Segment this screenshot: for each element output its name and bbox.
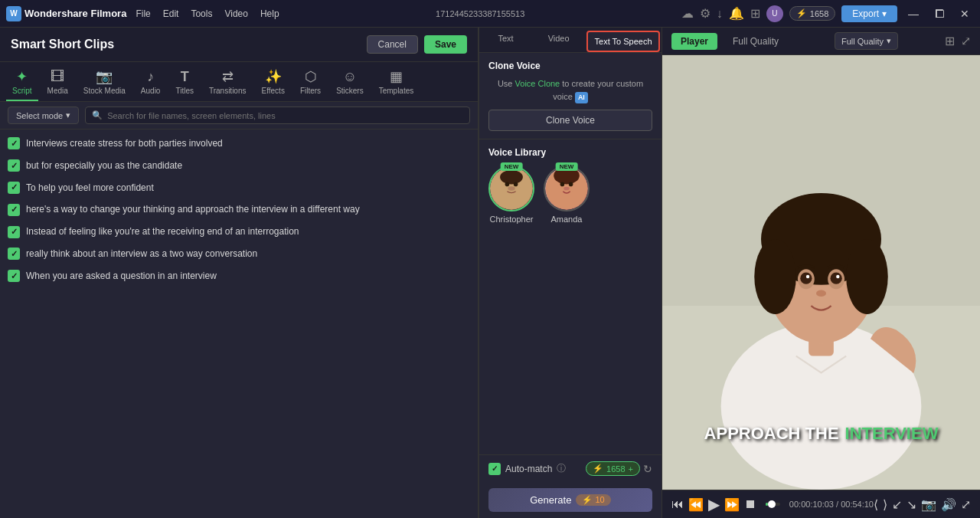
- generate-label: Generate: [530, 494, 571, 506]
- quality-chevron: ▾: [887, 36, 891, 46]
- tab-templates-label: Templates: [379, 87, 414, 95]
- tab-effects-label: Effects: [262, 87, 285, 95]
- maximize-button[interactable]: ⧠: [929, 6, 949, 21]
- checkbox-4[interactable]: [8, 204, 20, 216]
- clone-voice-button[interactable]: Clone Voice: [488, 110, 652, 131]
- go-start-button[interactable]: ⏮: [671, 497, 684, 511]
- save-button[interactable]: Save: [424, 35, 467, 54]
- script-text-4: here's a way to change your thinking and…: [26, 203, 360, 216]
- tab-templates[interactable]: ▦ Templates: [373, 65, 420, 101]
- tab-stock-media[interactable]: 📷 Stock Media: [77, 65, 132, 101]
- script-text-6: really think about an interview as a two…: [26, 248, 257, 261]
- tab-filters[interactable]: ⬡ Filters: [294, 65, 327, 101]
- list-item[interactable]: Instead of feeling like you're at the re…: [0, 221, 478, 243]
- mark-out-button[interactable]: ⟩: [883, 497, 887, 512]
- list-item[interactable]: To help you feel more confident: [0, 177, 478, 199]
- select-mode-button[interactable]: Select mode ▾: [8, 107, 79, 124]
- voice-grid: NEW Christopher: [488, 166, 652, 224]
- script-text-2: but for especially you as the candidate: [26, 159, 182, 172]
- step-forward-button[interactable]: ⏩: [724, 497, 740, 512]
- mark-in-button[interactable]: ⟨: [874, 497, 878, 512]
- zoom-button[interactable]: ⤢: [961, 497, 971, 512]
- list-item[interactable]: but for especially you as the candidate: [0, 155, 478, 177]
- settings-icon[interactable]: ⚙: [700, 6, 710, 21]
- tab-transitions[interactable]: ⇄ Transitions: [203, 65, 253, 101]
- amanda-name: Amanda: [551, 215, 583, 224]
- grid-view-button[interactable]: ⊞: [945, 34, 955, 48]
- refresh-icon[interactable]: ↻: [643, 463, 652, 475]
- tab-media[interactable]: 🎞 Media: [41, 66, 74, 101]
- checkbox-2[interactable]: [8, 159, 20, 172]
- select-mode-label: Select mode: [16, 111, 63, 120]
- snapshot-button[interactable]: 📷: [921, 497, 936, 512]
- list-item[interactable]: really think about an interview as a two…: [0, 243, 478, 265]
- topbar: W Wondershare Filmora File Edit Tools Vi…: [0, 0, 980, 28]
- step-back-button[interactable]: ⏪: [688, 497, 704, 512]
- menu-tools[interactable]: Tools: [191, 8, 212, 19]
- tab-full-quality[interactable]: Full Quality: [724, 33, 788, 50]
- bell-icon[interactable]: 🔔: [729, 6, 744, 21]
- tab-tts[interactable]: Text To Speech: [586, 31, 660, 52]
- tab-audio[interactable]: ♪ Audio: [135, 66, 167, 101]
- play-button[interactable]: ▶: [708, 495, 720, 513]
- list-item[interactable]: When you are asked a question in an inte…: [0, 265, 478, 287]
- volume-button[interactable]: 🔊: [941, 497, 956, 512]
- grid-icon[interactable]: ⊞: [750, 6, 760, 21]
- menu-help[interactable]: Help: [260, 8, 279, 19]
- generate-button[interactable]: Generate ⚡ 10: [488, 488, 652, 512]
- auto-match-checkbox[interactable]: [488, 463, 501, 475]
- svg-point-11: [564, 187, 569, 191]
- christopher-avatar-wrapper: NEW: [488, 166, 534, 211]
- insert-button[interactable]: ↙: [892, 497, 902, 512]
- tab-stock-label: Stock Media: [83, 87, 126, 95]
- checkbox-1[interactable]: [8, 137, 20, 149]
- cloud-icon[interactable]: ☁: [681, 6, 694, 21]
- checkbox-6[interactable]: [8, 248, 20, 260]
- search-box: 🔍: [85, 107, 470, 124]
- action-buttons: Cancel Save: [367, 35, 467, 54]
- tab-filters-label: Filters: [300, 87, 321, 95]
- stop-button[interactable]: ⏹: [744, 497, 756, 511]
- menu-video[interactable]: Video: [224, 8, 247, 19]
- tab-player[interactable]: Player: [671, 33, 717, 50]
- info-icon[interactable]: ⓘ: [557, 462, 566, 475]
- checkbox-7[interactable]: [8, 270, 20, 282]
- tab-script[interactable]: ✦ Script: [6, 65, 38, 101]
- list-item[interactable]: Interviews create stress for both partie…: [0, 133, 478, 155]
- tab-effects[interactable]: ✨ Effects: [256, 65, 291, 101]
- effects-icon: ✨: [265, 68, 282, 85]
- auto-match-label: Auto-match: [505, 464, 552, 474]
- credits-row: ⚡ 1658 + ↻: [586, 461, 652, 476]
- expand-view-button[interactable]: ⤢: [961, 34, 971, 48]
- tab-titles[interactable]: T Titles: [169, 66, 200, 101]
- voice-item-amanda[interactable]: NEW Amanda: [544, 166, 590, 224]
- clone-desc: Use Voice Clone to create your custom vo…: [488, 77, 652, 103]
- cancel-button[interactable]: Cancel: [367, 35, 418, 54]
- tab-stickers[interactable]: ☺ Stickers: [330, 66, 370, 101]
- preview-icons: ⊞ ⤢: [945, 34, 971, 48]
- quality-selector[interactable]: Full Quality ▾: [835, 32, 898, 50]
- close-button[interactable]: ✕: [956, 6, 974, 21]
- list-item[interactable]: here's a way to change your thinking and…: [0, 198, 478, 221]
- user-avatar[interactable]: U: [766, 5, 783, 22]
- voice-clone-link[interactable]: Voice Clone: [515, 79, 560, 88]
- voice-tabs: Text Video Text To Speech: [479, 28, 662, 53]
- download-icon[interactable]: ↓: [717, 7, 723, 21]
- video-area: APPROACH THE INTERVIEW: [662, 55, 980, 490]
- progress-bar[interactable]: [766, 503, 780, 506]
- menu-edit[interactable]: Edit: [163, 8, 179, 19]
- export-button[interactable]: Export ▾: [841, 5, 897, 22]
- video-controls: ⏮ ⏪ ▶ ⏩ ⏹ 00:00:10:03 / 00:54:10 ⟨ ⟩ ↙ ↘…: [662, 490, 980, 518]
- menu-file[interactable]: File: [136, 8, 150, 19]
- script-icon: ✦: [16, 68, 28, 85]
- tab-text[interactable]: Text: [479, 28, 532, 52]
- checkbox-3[interactable]: [8, 182, 20, 194]
- stock-icon: 📷: [96, 68, 113, 85]
- append-button[interactable]: ↘: [906, 497, 916, 512]
- search-input[interactable]: [107, 111, 463, 120]
- voice-item-christopher[interactable]: NEW Christopher: [488, 166, 534, 224]
- minimize-button[interactable]: —: [903, 6, 923, 21]
- checkbox-5[interactable]: [8, 226, 20, 238]
- svg-point-3: [505, 182, 510, 187]
- tab-video[interactable]: Video: [532, 28, 585, 52]
